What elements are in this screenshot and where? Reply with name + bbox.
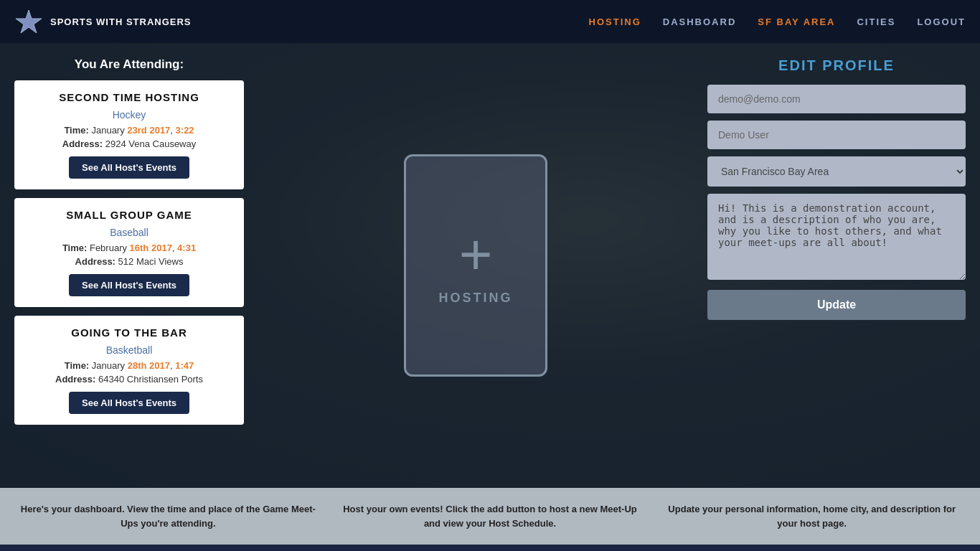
- bio-textarea[interactable]: Hi! This is a demonstration account, and…: [707, 194, 966, 280]
- address-label-2: Address:: [75, 256, 116, 267]
- event-card-3: Going to the Bar Basketball Time: Januar…: [14, 316, 244, 425]
- event-card-1: Second Time Hosting Hockey Time: January…: [14, 80, 244, 189]
- hosting-card[interactable]: + HOSTING: [404, 154, 547, 377]
- event-sport-3: Basketball: [25, 344, 233, 356]
- logo-text: Sports With Strangers: [50, 17, 192, 27]
- event-address-2: Address: 512 Maci Views: [25, 256, 233, 267]
- event-card-2: Small Group Game Baseball Time: February…: [14, 198, 244, 307]
- event-time-3: Time: January 28th 2017, 1:47: [25, 360, 233, 371]
- event-time-2: Time: February 16th 2017, 4:31: [25, 242, 233, 253]
- email-field[interactable]: [707, 85, 966, 113]
- time-label-2: Time:: [62, 242, 87, 253]
- see-all-btn-1[interactable]: See All Host's Events: [69, 156, 189, 179]
- event-title-2: Small Group Game: [25, 209, 233, 221]
- nav-cities[interactable]: Cities: [857, 17, 895, 27]
- content-area: You Are Attending: Second Time Hosting H…: [0, 43, 980, 488]
- center-panel: + HOSTING: [258, 57, 693, 474]
- name-field[interactable]: [707, 121, 966, 149]
- left-panel: You Are Attending: Second Time Hosting H…: [14, 57, 244, 474]
- time-value-3: January 28th 2017, 1:47: [92, 360, 194, 371]
- time-value-2: February 16th 2017, 4:31: [90, 242, 196, 253]
- footer-col-2: Host your own events! Click the add butt…: [336, 502, 644, 530]
- see-all-btn-3[interactable]: See All Host's Events: [69, 392, 189, 414]
- navbar: Sports With Strangers Hosting Dashboard …: [0, 0, 980, 43]
- footer-col-1: Here's your dashboard. View the time and…: [14, 502, 322, 530]
- nav-dashboard[interactable]: Dashboard: [663, 17, 737, 27]
- attending-title: You Are Attending:: [14, 57, 244, 72]
- footer: Here's your dashboard. View the time and…: [0, 488, 980, 545]
- address-label-3: Address:: [55, 374, 95, 385]
- update-button[interactable]: Update: [707, 290, 966, 320]
- nav-hosting[interactable]: Hosting: [589, 17, 641, 27]
- city-select[interactable]: San Francisco Bay Area Los Angeles New Y…: [707, 156, 966, 187]
- nav-sf-bay-area[interactable]: SF Bay Area: [758, 17, 835, 27]
- svg-marker-0: [16, 10, 42, 33]
- see-all-btn-2[interactable]: See All Host's Events: [69, 274, 189, 296]
- event-time-1: Time: January 23rd 2017, 3:22: [25, 125, 233, 136]
- time-value-1: January 23rd 2017, 3:22: [91, 125, 194, 136]
- footer-col-3: Update your personal information, home c…: [658, 502, 966, 530]
- address-value-1: 2924 Vena Causeway: [105, 138, 196, 149]
- right-panel: Edit Profile San Francisco Bay Area Los …: [707, 57, 966, 474]
- event-title-3: Going to the Bar: [25, 326, 233, 339]
- event-title-1: Second Time Hosting: [25, 91, 233, 103]
- event-sport-1: Hockey: [25, 109, 233, 121]
- hosting-card-label: HOSTING: [438, 291, 512, 306]
- main-wrapper: You Are Attending: Second Time Hosting H…: [0, 43, 980, 488]
- event-address-3: Address: 64340 Christiansen Ports: [25, 374, 233, 385]
- logo: Sports With Strangers: [14, 7, 192, 36]
- logo-icon: [14, 7, 43, 36]
- event-sport-2: Baseball: [25, 227, 233, 238]
- plus-icon: +: [459, 226, 493, 283]
- nav-logout[interactable]: Logout: [917, 17, 966, 27]
- address-value-2: 512 Maci Views: [118, 256, 184, 267]
- time-label-3: Time:: [65, 360, 89, 371]
- address-label-1: Address:: [62, 138, 103, 149]
- edit-profile-title: Edit Profile: [707, 57, 966, 74]
- time-label-1: Time:: [64, 125, 88, 136]
- nav-links: Hosting Dashboard SF Bay Area Cities Log…: [589, 17, 966, 27]
- address-value-3: 64340 Christiansen Ports: [98, 374, 203, 385]
- event-address-1: Address: 2924 Vena Causeway: [25, 138, 233, 149]
